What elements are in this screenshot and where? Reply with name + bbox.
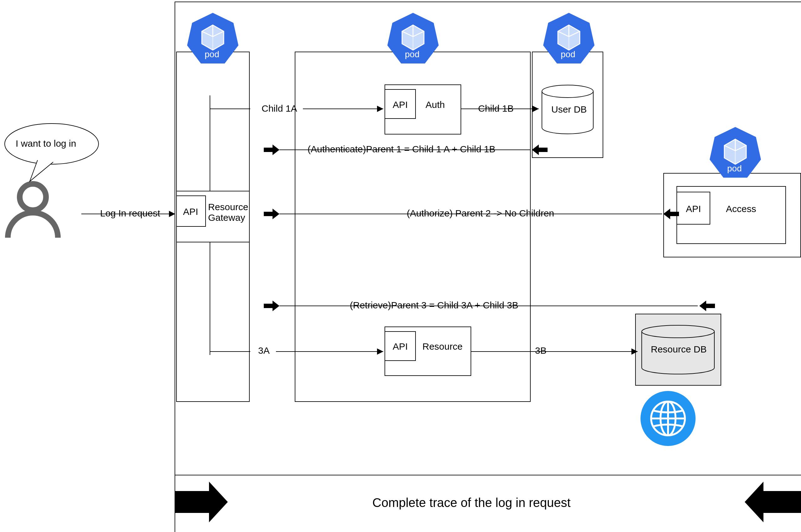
login-request-label: Log In request — [100, 208, 160, 218]
footer-text: Complete trace of the log in request — [372, 496, 571, 510]
parent3-label: (Retrieve)Parent 3 = Child 3A + Child 3B — [350, 300, 519, 310]
parent1-label: (Authenticate)Parent 1 = Child 1 A + Chi… — [308, 144, 495, 154]
child3a-label: 3A — [258, 345, 270, 356]
child1b-label: Child 1B — [478, 103, 514, 114]
child1a-label: Child 1A — [262, 103, 297, 114]
connectors — [0, 0, 801, 532]
child3b-label: 3B — [535, 345, 547, 356]
parent2-label: (Authorize) Parent 2 -> No Children — [407, 208, 554, 218]
footer-arrow-right-icon — [745, 482, 801, 522]
footer-arrow-left-icon — [174, 482, 228, 522]
